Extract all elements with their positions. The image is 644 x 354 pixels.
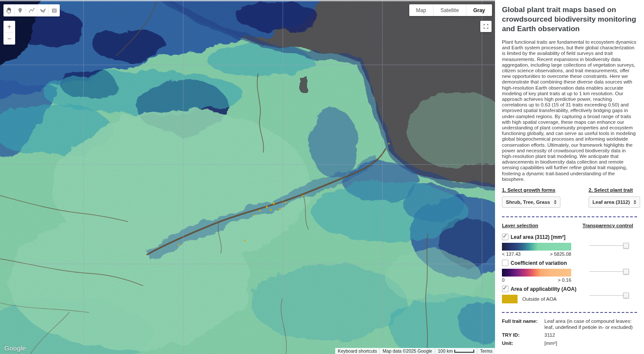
- plant-trait-select[interactable]: Leaf area (3112): [589, 196, 640, 208]
- marker-icon: [17, 7, 23, 14]
- fullscreen-icon: [482, 23, 489, 30]
- zoom-control: + −: [3, 21, 15, 45]
- coef-variation-colorbar: [502, 269, 571, 277]
- abstract-text: Plant functional traits are fundamental …: [502, 39, 637, 182]
- raster-grain: [0, 0, 495, 354]
- scale-bar: [454, 350, 474, 353]
- base-layer-map[interactable]: Map: [409, 4, 433, 16]
- selector-section: 1. Select growth forms Shrub, Tree, Gras…: [502, 187, 637, 208]
- polygon-icon: [39, 7, 46, 14]
- coef-variation-layer-label: Coefficient of variation: [511, 260, 567, 266]
- keyboard-shortcuts-button[interactable]: Keyboard shortcuts: [335, 348, 379, 354]
- app-window: + − Map Satellite Gray Google Keyboard s…: [0, 0, 644, 354]
- coef-variation-max-label: > 0.16: [558, 277, 571, 283]
- transparency-control-heading: Transparency control: [583, 223, 637, 228]
- hand-icon: [5, 7, 13, 14]
- spinner-arrows-icon: [554, 200, 557, 204]
- terms-link[interactable]: Terms: [477, 348, 495, 354]
- growth-forms-select[interactable]: Shrub, Tree, Grass: [502, 196, 560, 208]
- unit-label: Unit:: [502, 341, 544, 347]
- draw-toolbar: [3, 4, 60, 16]
- layer-section-headers: Layer selection Transparency control: [502, 223, 637, 228]
- trait-map-raster[interactable]: [0, 0, 495, 354]
- fullscreen-button[interactable]: [480, 21, 492, 32]
- layer-selection-heading: Layer selection: [502, 223, 583, 228]
- map-scale[interactable]: 100 km: [435, 348, 477, 354]
- layer-row-aoa: Area of applicability (AOA) Outside of A…: [502, 286, 637, 303]
- spinner-arrows-icon: [634, 200, 636, 204]
- plant-trait-label: 2. Select plant trait: [589, 187, 640, 193]
- trait-info-section: Full trait name: Leaf area (in case of c…: [502, 319, 637, 346]
- leaf-area-max-label: > 5825.08: [550, 251, 571, 257]
- full-trait-name-value: Leaf area (in case of compound leaves: l…: [544, 319, 637, 330]
- map-attribution: Keyboard shortcuts Map data ©2025 Google…: [335, 348, 495, 354]
- unit-value: [mm²]: [544, 341, 637, 347]
- leaf-area-min-label: < 137.43: [502, 251, 521, 257]
- base-layer-satellite[interactable]: Satellite: [433, 4, 466, 16]
- leaf-area-checkbox[interactable]: [502, 234, 508, 240]
- section-divider: [502, 216, 637, 217]
- google-logo[interactable]: Google: [4, 344, 26, 352]
- page-title: Global plant trait maps based on crowdso…: [502, 5, 637, 34]
- leaf-area-colorbar: [502, 243, 571, 251]
- base-layer-switcher: Map Satellite Gray: [409, 4, 492, 16]
- coef-variation-checkbox[interactable]: [502, 260, 508, 266]
- scale-label: 100 km: [438, 348, 453, 354]
- aoa-layer-label: Area of applicability (AOA): [511, 286, 576, 292]
- try-id-value: 3112: [544, 332, 637, 338]
- marker-tool-button[interactable]: [15, 4, 26, 16]
- transparency-slider-leaf-area[interactable]: [589, 243, 629, 248]
- full-trait-name-label: Full trait name:: [502, 319, 544, 330]
- base-layer-gray[interactable]: Gray: [466, 4, 492, 16]
- layer-row-coef-variation: Coefficient of variation 0 > 0.16: [502, 260, 637, 283]
- polyline-icon: [28, 7, 35, 14]
- sidebar: Global plant trait maps based on crowdso…: [495, 0, 644, 354]
- transparency-slider-aoa[interactable]: [589, 293, 629, 298]
- layer-row-leaf-area: Leaf area (3112) [mm²] < 137.43 > 5825.0…: [502, 234, 637, 257]
- pan-tool-button[interactable]: [3, 4, 15, 16]
- map-area[interactable]: + − Map Satellite Gray Google Keyboard s…: [0, 0, 495, 354]
- zoom-out-button[interactable]: −: [3, 33, 15, 45]
- polyline-tool-button[interactable]: [26, 4, 37, 16]
- growth-forms-value: Shrub, Tree, Grass: [506, 200, 550, 205]
- growth-forms-label: 1. Select growth forms: [502, 187, 589, 193]
- coef-variation-min-label: 0: [502, 277, 505, 283]
- slider-handle[interactable]: [623, 269, 629, 274]
- aoa-checkbox[interactable]: [502, 286, 508, 292]
- rectangle-icon: [51, 7, 58, 14]
- transparency-slider-coef-variation[interactable]: [589, 269, 629, 274]
- slider-handle[interactable]: [623, 293, 629, 298]
- plant-trait-value: Leaf area (3112): [592, 200, 630, 205]
- rectangle-tool-button[interactable]: [49, 4, 60, 16]
- outside-aoa-label: Outside of AOA: [522, 296, 557, 302]
- map-data-attribution: Map data ©2025 Google: [379, 348, 435, 354]
- polygon-tool-button[interactable]: [37, 4, 49, 16]
- section-divider: [502, 312, 637, 313]
- try-id-label: TRY ID:: [502, 332, 544, 338]
- map-top-edge: [0, 0, 495, 1]
- zoom-in-button[interactable]: +: [3, 21, 15, 32]
- outside-aoa-swatch: [502, 295, 518, 303]
- slider-handle[interactable]: [623, 243, 629, 248]
- leaf-area-layer-label: Leaf area (3112) [mm²]: [511, 234, 566, 240]
